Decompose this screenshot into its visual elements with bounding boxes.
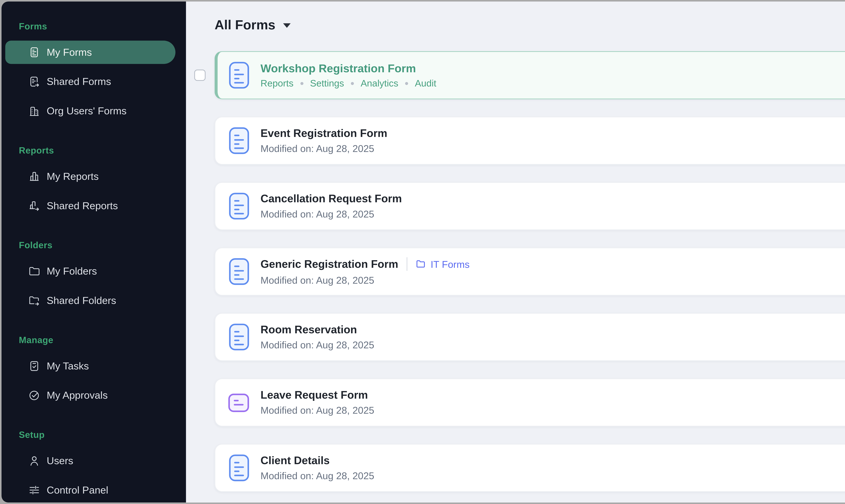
sidebar-item-my-approvals[interactable]: My Approvals — [5, 384, 175, 407]
shared-form-icon — [28, 75, 41, 88]
control-panel-icon — [28, 484, 41, 497]
form-title[interactable]: Workshop Registration Form — [261, 61, 416, 74]
sidebar-item-label: Shared Reports — [47, 200, 118, 211]
form-list: Workshop Registration Form ReportsSettin… — [214, 51, 845, 492]
modified-date: Modified on: Aug 28, 2025 — [261, 405, 374, 416]
shared-folder-icon — [28, 294, 41, 307]
form-row-generic-registration-form: Generic Registration Form IT Forms Modif… — [214, 248, 845, 296]
sidebar-item-control-panel[interactable]: Control Panel — [5, 479, 175, 502]
sidebar-section-header: Setup — [1, 428, 186, 442]
sidebar-item-users[interactable]: Users — [5, 449, 175, 472]
form-title: Room Reservation — [261, 324, 357, 336]
form-icon-blue — [228, 258, 249, 285]
modified-date: Modified on: Aug 28, 2025 — [261, 339, 374, 350]
sidebar-section-header: Folders — [1, 238, 186, 252]
quick-link-audit[interactable]: Audit — [415, 78, 436, 89]
title-divider — [407, 257, 407, 271]
sidebar-item-label: My Folders — [47, 266, 97, 277]
folder-icon — [28, 265, 41, 277]
caret-down-icon — [283, 23, 291, 28]
dot-separator — [405, 82, 408, 85]
form-title: Client Details — [261, 454, 330, 466]
forms-filter-dropdown[interactable]: All Forms — [214, 17, 291, 33]
main-panel: All Forms Modified Time — [186, 1, 845, 503]
form-row-client-details: Client Details Modified on: Aug 28, 2025 — [214, 444, 845, 492]
quick-links: ReportsSettingsAnalyticsAudit — [261, 78, 436, 89]
form-icon-purple — [228, 389, 249, 416]
sidebar-item-my-forms[interactable]: My Forms — [5, 41, 175, 64]
sidebar-item-label: Shared Forms — [47, 76, 111, 87]
sidebar-item-label: Users — [47, 455, 73, 466]
quick-link-settings[interactable]: Settings — [310, 78, 344, 89]
form-card[interactable]: Room Reservation Modified on: Aug 28, 20… — [214, 313, 845, 361]
modified-date: Modified on: Aug 28, 2025 — [261, 208, 402, 220]
form-icon-blue — [228, 127, 249, 154]
sidebar-section-header: Reports — [1, 144, 186, 157]
form-row-workshop-registration-form: Workshop Registration Form ReportsSettin… — [214, 51, 845, 99]
sidebar-item-my-reports[interactable]: My Reports — [5, 165, 175, 188]
form-title: Generic Registration Form — [261, 258, 398, 270]
dot-separator — [300, 82, 303, 85]
page-title: All Forms — [214, 17, 275, 33]
user-icon — [28, 454, 41, 467]
sidebar-item-my-folders[interactable]: My Folders — [5, 259, 175, 283]
sidebar-item-my-tasks[interactable]: My Tasks — [5, 354, 175, 378]
modified-date: Modified on: Aug 28, 2025 — [261, 143, 387, 154]
dot-separator — [351, 82, 354, 85]
sidebar-item-label: My Forms — [47, 47, 92, 58]
form-title: Cancellation Request Form — [261, 193, 402, 205]
sidebar: Forms My Forms Shared Forms Org Users' F… — [1, 1, 186, 503]
form-card[interactable]: Leave Request Form Modified on: Aug 28, … — [214, 378, 845, 427]
form-row-event-registration-form: Event Registration Form Modified on: Aug… — [214, 117, 845, 165]
sidebar-item-label: My Reports — [47, 171, 99, 182]
sidebar-item-label: My Approvals — [47, 390, 108, 401]
sidebar-item-label: Shared Folders — [47, 295, 116, 306]
sidebar-item-label: My Tasks — [47, 360, 89, 372]
browser-frame: Forms My Forms Shared Forms Org Users' F… — [0, 0, 845, 504]
sidebar-section: Setup Users Control Panel — [1, 428, 186, 502]
sidebar-item-label: Control Panel — [47, 484, 108, 496]
sidebar-section: Manage My Tasks My Approvals — [1, 333, 186, 407]
form-card[interactable]: Client Details Modified on: Aug 28, 2025 — [214, 444, 845, 492]
app-window: Forms My Forms Shared Forms Org Users' F… — [1, 1, 845, 503]
folder-icon — [416, 259, 426, 269]
sidebar-item-org-users-forms[interactable]: Org Users' Forms — [5, 99, 175, 123]
folder-tag-label: IT Forms — [431, 258, 470, 270]
form-row-leave-request-form: Leave Request Form Modified on: Aug 28, … — [214, 378, 845, 427]
sidebar-section: Reports My Reports Shared Reports — [1, 144, 186, 217]
form-row-cancellation-request-form: Cancellation Request Form Modified on: A… — [214, 182, 845, 230]
form-card[interactable]: Workshop Registration Form ReportsSettin… — [214, 51, 845, 99]
form-card[interactable]: Generic Registration Form IT Forms Modif… — [214, 248, 845, 296]
form-icon — [28, 46, 41, 59]
sidebar-sections: Forms My Forms Shared Forms Org Users' F… — [1, 20, 186, 502]
org-building-icon — [28, 105, 41, 118]
form-icon-blue — [228, 324, 249, 350]
sidebar-section: Forms My Forms Shared Forms Org Users' F… — [1, 20, 186, 123]
form-title: Leave Request Form — [261, 389, 368, 401]
sidebar-item-shared-folders[interactable]: Shared Folders — [5, 289, 175, 312]
sidebar-section-header: Forms — [1, 20, 186, 33]
folder-tag[interactable]: IT Forms — [416, 258, 470, 270]
approvals-check-icon — [28, 389, 41, 402]
form-title: Event Registration Form — [261, 127, 387, 139]
form-row-room-reservation: Room Reservation Modified on: Aug 28, 20… — [214, 313, 845, 361]
row-checkbox[interactable] — [194, 70, 206, 81]
form-icon-blue — [228, 61, 249, 89]
form-card[interactable]: Cancellation Request Form Modified on: A… — [214, 182, 845, 230]
quick-link-analytics[interactable]: Analytics — [361, 78, 398, 89]
form-icon-blue — [228, 193, 249, 220]
form-card[interactable]: Event Registration Form Modified on: Aug… — [214, 117, 845, 165]
sidebar-item-shared-reports[interactable]: Shared Reports — [5, 194, 175, 217]
sidebar-item-label: Org Users' Forms — [47, 105, 126, 117]
quick-link-reports[interactable]: Reports — [261, 78, 294, 89]
shared-report-icon — [28, 199, 41, 212]
sidebar-section-header: Manage — [1, 333, 186, 347]
sidebar-item-shared-forms[interactable]: Shared Forms — [5, 70, 175, 93]
modified-date: Modified on: Aug 28, 2025 — [261, 470, 374, 482]
bar-chart-icon — [28, 170, 41, 183]
tasks-icon — [28, 360, 41, 373]
modified-date: Modified on: Aug 28, 2025 — [261, 274, 470, 286]
main-header: All Forms Modified Time — [214, 14, 845, 36]
form-icon-blue — [228, 454, 249, 481]
sidebar-section: Folders My Folders Shared Folders — [1, 238, 186, 312]
